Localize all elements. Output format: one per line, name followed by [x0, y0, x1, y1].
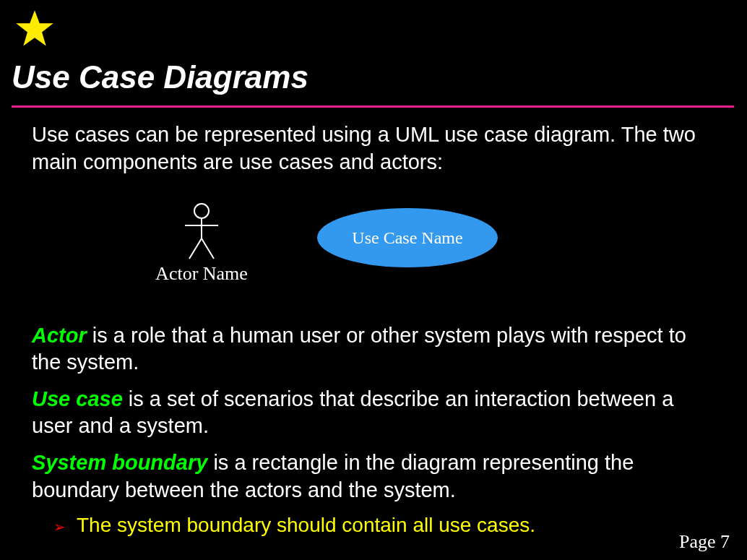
svg-point-1 [194, 204, 209, 218]
svg-line-4 [189, 238, 202, 259]
chevron-icon: ➢ [53, 518, 66, 535]
term-system-boundary: System boundary [32, 451, 207, 474]
actor-figure: Actor Name [151, 202, 252, 285]
stick-figure-icon [176, 202, 227, 260]
sub-bullet-text: The system boundary should contain all u… [77, 514, 535, 536]
sub-bullet: ➢ The system boundary should contain all… [53, 514, 718, 537]
svg-marker-0 [16, 10, 53, 46]
definition-usecase-text: is a set of scenarios that describe an i… [32, 387, 673, 437]
intro-text: Use cases can be represented using a UML… [32, 121, 718, 176]
page-number: Page 7 [679, 531, 730, 553]
definition-usecase: Use case is a set of scenarios that desc… [32, 386, 718, 439]
diagram-area: Actor Name Use Case Name [32, 202, 718, 296]
usecase-label: Use Case Name [352, 228, 462, 248]
use-case-oval: Use Case Name [317, 208, 498, 267]
star-icon [14, 9, 55, 49]
term-usecase: Use case [32, 387, 123, 410]
svg-line-5 [202, 238, 214, 259]
definition-actor: Actor is a role that a human user or oth… [32, 322, 718, 376]
term-actor: Actor [32, 324, 87, 347]
title-divider [12, 105, 734, 108]
definitions-block: Actor is a role that a human user or oth… [32, 322, 718, 537]
page-title: Use Case Diagrams [12, 59, 308, 95]
definition-actor-text: is a role that a human user or other sys… [32, 324, 686, 374]
definition-system-boundary: System boundary is a rectangle in the di… [32, 449, 718, 503]
actor-label: Actor Name [151, 263, 252, 285]
